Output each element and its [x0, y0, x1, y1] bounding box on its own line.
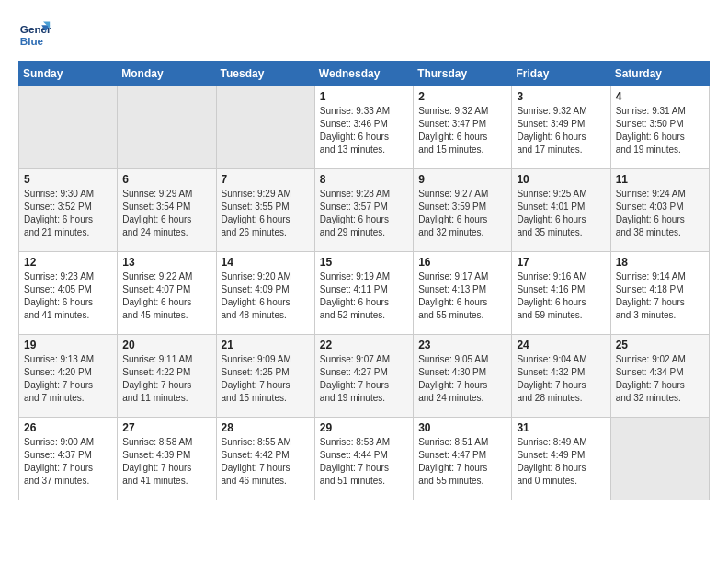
calendar-cell — [19, 86, 118, 169]
day-info: Sunrise: 9:16 AM Sunset: 4:16 PM Dayligh… — [517, 270, 605, 322]
calendar-table: SundayMondayTuesdayWednesdayThursdayFrid… — [18, 61, 710, 500]
day-info: Sunrise: 9:00 AM Sunset: 4:37 PM Dayligh… — [24, 436, 112, 488]
calendar-cell: 22Sunrise: 9:07 AM Sunset: 4:27 PM Dayli… — [314, 335, 413, 418]
day-number: 20 — [122, 339, 210, 351]
weekday-header-tuesday: Tuesday — [216, 62, 314, 86]
weekday-header-monday: Monday — [118, 62, 216, 86]
calendar-week-5: 26Sunrise: 9:00 AM Sunset: 4:37 PM Dayli… — [19, 418, 710, 500]
day-info: Sunrise: 9:24 AM Sunset: 4:03 PM Dayligh… — [616, 188, 704, 239]
calendar-cell: 25Sunrise: 9:02 AM Sunset: 4:34 PM Dayli… — [610, 335, 709, 418]
day-info: Sunrise: 9:04 AM Sunset: 4:32 PM Dayligh… — [517, 353, 605, 405]
day-info: Sunrise: 9:32 AM Sunset: 3:49 PM Dayligh… — [517, 105, 605, 156]
day-number: 13 — [122, 256, 210, 269]
day-number: 17 — [517, 256, 605, 269]
calendar-cell: 5Sunrise: 9:30 AM Sunset: 3:52 PM Daylig… — [19, 169, 118, 252]
calendar-week-1: 1Sunrise: 9:33 AM Sunset: 3:46 PM Daylig… — [19, 86, 710, 169]
calendar-cell: 31Sunrise: 8:49 AM Sunset: 4:49 PM Dayli… — [512, 418, 610, 500]
calendar-cell: 3Sunrise: 9:32 AM Sunset: 3:49 PM Daylig… — [512, 86, 610, 169]
day-number: 31 — [517, 421, 605, 434]
day-info: Sunrise: 9:29 AM Sunset: 3:54 PM Dayligh… — [122, 188, 210, 239]
page-header: General Blue — [18, 18, 710, 52]
calendar-cell: 13Sunrise: 9:22 AM Sunset: 4:07 PM Dayli… — [118, 252, 216, 335]
day-info: Sunrise: 9:14 AM Sunset: 4:18 PM Dayligh… — [616, 270, 704, 322]
day-number: 1 — [320, 90, 408, 103]
weekday-header-thursday: Thursday — [414, 62, 512, 86]
day-number: 10 — [517, 173, 605, 186]
day-info: Sunrise: 9:30 AM Sunset: 3:52 PM Dayligh… — [24, 188, 112, 239]
calendar-cell: 10Sunrise: 9:25 AM Sunset: 4:01 PM Dayli… — [512, 169, 610, 252]
day-number: 25 — [616, 339, 704, 351]
weekday-header-saturday: Saturday — [610, 62, 709, 86]
calendar-week-4: 19Sunrise: 9:13 AM Sunset: 4:20 PM Dayli… — [19, 335, 710, 418]
day-number: 30 — [418, 421, 506, 434]
calendar-cell: 21Sunrise: 9:09 AM Sunset: 4:25 PM Dayli… — [216, 335, 314, 418]
calendar-week-3: 12Sunrise: 9:23 AM Sunset: 4:05 PM Dayli… — [19, 252, 710, 335]
calendar-cell: 12Sunrise: 9:23 AM Sunset: 4:05 PM Dayli… — [19, 252, 118, 335]
day-number: 27 — [122, 421, 210, 434]
day-info: Sunrise: 9:29 AM Sunset: 3:55 PM Dayligh… — [222, 188, 310, 239]
day-info: Sunrise: 9:09 AM Sunset: 4:25 PM Dayligh… — [222, 353, 310, 405]
calendar-cell: 20Sunrise: 9:11 AM Sunset: 4:22 PM Dayli… — [118, 335, 216, 418]
calendar-cell: 4Sunrise: 9:31 AM Sunset: 3:50 PM Daylig… — [610, 86, 709, 169]
day-info: Sunrise: 8:53 AM Sunset: 4:44 PM Dayligh… — [320, 436, 408, 488]
calendar-cell: 27Sunrise: 8:58 AM Sunset: 4:39 PM Dayli… — [118, 418, 216, 500]
day-number: 11 — [616, 173, 704, 186]
day-number: 18 — [616, 256, 704, 269]
day-number: 7 — [222, 173, 310, 186]
calendar-cell: 1Sunrise: 9:33 AM Sunset: 3:46 PM Daylig… — [314, 86, 413, 169]
day-number: 8 — [320, 173, 408, 186]
day-number: 9 — [418, 173, 506, 186]
calendar-cell: 2Sunrise: 9:32 AM Sunset: 3:47 PM Daylig… — [414, 86, 512, 169]
calendar-cell: 17Sunrise: 9:16 AM Sunset: 4:16 PM Dayli… — [512, 252, 610, 335]
calendar-cell — [610, 418, 709, 500]
day-info: Sunrise: 9:31 AM Sunset: 3:50 PM Dayligh… — [616, 105, 704, 156]
day-number: 12 — [24, 256, 112, 269]
calendar-cell: 7Sunrise: 9:29 AM Sunset: 3:55 PM Daylig… — [216, 169, 314, 252]
weekday-header-row: SundayMondayTuesdayWednesdayThursdayFrid… — [19, 62, 710, 86]
weekday-header-sunday: Sunday — [19, 62, 118, 86]
day-number: 23 — [418, 339, 506, 351]
day-number: 6 — [122, 173, 210, 186]
calendar-cell: 19Sunrise: 9:13 AM Sunset: 4:20 PM Dayli… — [19, 335, 118, 418]
day-info: Sunrise: 9:28 AM Sunset: 3:57 PM Dayligh… — [320, 188, 408, 239]
day-info: Sunrise: 9:13 AM Sunset: 4:20 PM Dayligh… — [24, 353, 112, 405]
day-info: Sunrise: 9:20 AM Sunset: 4:09 PM Dayligh… — [222, 270, 310, 322]
calendar-cell — [216, 86, 314, 169]
day-info: Sunrise: 9:17 AM Sunset: 4:13 PM Dayligh… — [418, 270, 506, 322]
day-info: Sunrise: 9:27 AM Sunset: 3:59 PM Dayligh… — [418, 188, 506, 239]
day-info: Sunrise: 9:33 AM Sunset: 3:46 PM Dayligh… — [320, 105, 408, 156]
svg-text:Blue: Blue — [20, 35, 44, 47]
day-number: 3 — [517, 90, 605, 103]
day-number: 26 — [24, 421, 112, 434]
calendar-cell: 24Sunrise: 9:04 AM Sunset: 4:32 PM Dayli… — [512, 335, 610, 418]
day-info: Sunrise: 9:07 AM Sunset: 4:27 PM Dayligh… — [320, 353, 408, 405]
day-number: 21 — [222, 339, 310, 351]
calendar-cell: 15Sunrise: 9:19 AM Sunset: 4:11 PM Dayli… — [314, 252, 413, 335]
calendar-cell: 30Sunrise: 8:51 AM Sunset: 4:47 PM Dayli… — [414, 418, 512, 500]
calendar-cell: 6Sunrise: 9:29 AM Sunset: 3:54 PM Daylig… — [118, 169, 216, 252]
day-info: Sunrise: 9:05 AM Sunset: 4:30 PM Dayligh… — [418, 353, 506, 405]
logo: General Blue — [18, 18, 51, 52]
day-number: 14 — [222, 256, 310, 269]
calendar-cell — [118, 86, 216, 169]
day-number: 22 — [320, 339, 408, 351]
calendar-cell: 8Sunrise: 9:28 AM Sunset: 3:57 PM Daylig… — [314, 169, 413, 252]
day-number: 16 — [418, 256, 506, 269]
calendar-cell: 26Sunrise: 9:00 AM Sunset: 4:37 PM Dayli… — [19, 418, 118, 500]
weekday-header-friday: Friday — [512, 62, 610, 86]
day-number: 24 — [517, 339, 605, 351]
calendar-week-2: 5Sunrise: 9:30 AM Sunset: 3:52 PM Daylig… — [19, 169, 710, 252]
calendar-cell: 29Sunrise: 8:53 AM Sunset: 4:44 PM Dayli… — [314, 418, 413, 500]
day-number: 2 — [418, 90, 506, 103]
day-number: 15 — [320, 256, 408, 269]
calendar-cell: 28Sunrise: 8:55 AM Sunset: 4:42 PM Dayli… — [216, 418, 314, 500]
day-number: 4 — [616, 90, 704, 103]
day-number: 28 — [222, 421, 310, 434]
day-info: Sunrise: 8:49 AM Sunset: 4:49 PM Dayligh… — [517, 436, 605, 488]
day-info: Sunrise: 9:19 AM Sunset: 4:11 PM Dayligh… — [320, 270, 408, 322]
day-info: Sunrise: 9:23 AM Sunset: 4:05 PM Dayligh… — [24, 270, 112, 322]
calendar-cell: 18Sunrise: 9:14 AM Sunset: 4:18 PM Dayli… — [610, 252, 709, 335]
day-info: Sunrise: 8:58 AM Sunset: 4:39 PM Dayligh… — [122, 436, 210, 488]
day-number: 19 — [24, 339, 112, 351]
day-number: 5 — [24, 173, 112, 186]
